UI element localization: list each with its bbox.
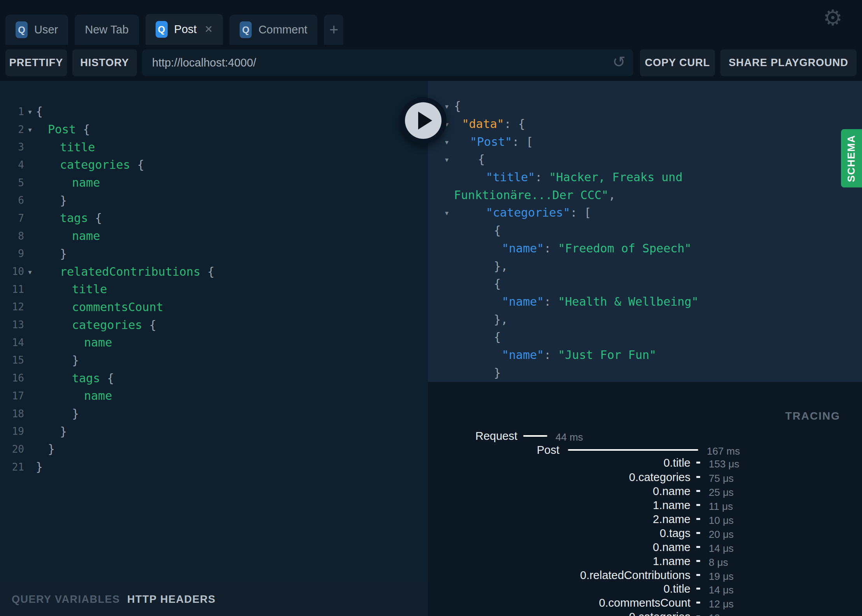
tracing-bar [523, 435, 547, 437]
tracing-row: Request44 ms [428, 429, 862, 443]
tracing-label: 0.relatedContributions [428, 568, 690, 582]
editor-line: 10▼relatedContributions { [0, 262, 428, 280]
editor-code: Post { [48, 122, 90, 136]
editor-line: 19} [0, 422, 428, 440]
endpoint-url-input[interactable] [142, 49, 633, 76]
field-token: name [72, 176, 100, 189]
editor-footer-bar: QUERY VARIABLES HTTP HEADERS [0, 582, 428, 616]
editor-line: 18} [0, 405, 428, 423]
new-tab-button[interactable]: + [324, 15, 343, 45]
prettify-button[interactable]: PRETTIFY [5, 49, 67, 76]
data-key-token: "data" [462, 117, 504, 131]
fold-spacer [24, 147, 36, 148]
tab-label: New Tab [85, 23, 128, 36]
field-token: name [72, 229, 100, 243]
copy-curl-button[interactable]: COPY CURL [640, 49, 715, 76]
editor-line: 2▼Post { [0, 121, 428, 138]
query-type-badge: Q [240, 21, 252, 38]
http-headers-tab[interactable]: HTTP HEADERS [127, 593, 216, 606]
tracing-time: 20 μs [709, 527, 734, 541]
tracing-time: 44 ms [555, 430, 583, 444]
tab-comment[interactable]: QComment [230, 15, 317, 45]
punct-token: : [544, 295, 558, 308]
tracing-label: Request [428, 429, 517, 443]
tracing-row: 0.commentsCount12 μs [428, 596, 862, 610]
line-number: 2 [0, 124, 24, 135]
punct-token: : [535, 170, 549, 184]
tracing-label: 0.categories [428, 470, 690, 484]
response-code: "name": "Just For Fun" [428, 348, 656, 362]
fold-arrow-icon[interactable]: ▼ [24, 107, 36, 116]
tab-label: Post [174, 23, 197, 36]
editor-line: 1▼{ [0, 103, 428, 121]
tab-user[interactable]: QUser [5, 15, 68, 45]
history-button[interactable]: HISTORY [72, 49, 137, 76]
field-token: relatedContributions [60, 265, 200, 278]
editor-line: 8name [0, 227, 428, 245]
tracing-time: 75 μs [709, 471, 734, 485]
editor-line: 3title [0, 138, 428, 156]
fold-arrow-icon[interactable]: ▼ [445, 208, 449, 217]
response-line: "name": "Just For Fun" [428, 346, 862, 364]
fold-spacer [24, 200, 36, 201]
tracing-row: 0.name14 μs [428, 540, 862, 554]
query-type-badge: Q [16, 21, 28, 38]
execute-query-button[interactable] [400, 97, 447, 144]
tracing-time: 14 μs [709, 541, 734, 555]
query-variables-tab[interactable]: QUERY VARIABLES [12, 593, 120, 606]
string-token: Funktionäre...Der CCC" [454, 188, 608, 202]
fold-spacer [24, 324, 36, 326]
response-line: "name": "Health & Wellbeing" [428, 293, 862, 311]
line-number: 14 [0, 337, 24, 348]
tracing-time: 8 μs [709, 555, 728, 569]
line-number: 13 [0, 319, 24, 331]
punct-token: }, [494, 259, 508, 273]
close-tab-icon[interactable]: ✕ [205, 23, 213, 35]
query-editor-pane[interactable]: 1▼{2▼Post {3title4categories {5name6}7ta… [0, 81, 428, 582]
response-line: "title": "Hacker, Freaks und [428, 168, 862, 186]
response-code: "Post": [ [428, 135, 533, 149]
field-token: Post [48, 122, 76, 136]
tracing-row: 0.title14 μs [428, 582, 862, 596]
punct-token: : [544, 242, 558, 255]
editor-code: tags { [72, 371, 114, 385]
editor-code: } [60, 247, 67, 261]
tab-post[interactable]: QPost✕ [145, 14, 223, 45]
editor-code: } [72, 354, 79, 367]
fold-arrow-icon[interactable]: ▼ [445, 155, 449, 163]
share-playground-button[interactable]: SHARE PLAYGROUND [720, 49, 857, 76]
tracing-label: 0.title [428, 582, 690, 596]
key-token: "name" [502, 295, 544, 308]
editor-code: name [84, 389, 112, 402]
fold-arrow-icon[interactable]: ▼ [24, 125, 36, 133]
key-token: "Post" [470, 135, 512, 149]
fold-spacer [24, 431, 36, 432]
punct-token: } [72, 354, 79, 367]
fold-arrow-icon[interactable]: ▼ [445, 138, 449, 146]
tracing-label: 0.name [428, 540, 690, 554]
editor-code: categories { [72, 318, 156, 332]
response-code: Funktionäre...Der CCC", [428, 188, 615, 202]
fold-arrow-icon[interactable]: ▼ [24, 268, 36, 276]
punct-token: } [60, 194, 67, 207]
punct-token: } [60, 425, 67, 438]
response-line: { [428, 275, 862, 293]
response-code: { [428, 277, 501, 290]
schema-side-tab[interactable]: SCHEMA [841, 129, 862, 187]
punct-token: { [142, 318, 156, 332]
refresh-schema-icon[interactable]: ↺ [612, 54, 625, 70]
field-token: categories [72, 318, 142, 332]
response-code: { [428, 330, 501, 344]
editor-line: 4categories { [0, 156, 428, 174]
settings-gear-icon[interactable]: ⚙ [823, 7, 843, 29]
tracing-time: 14 μs [709, 583, 734, 597]
tracing-time: 13 μs [709, 611, 734, 616]
tracing-row: 0.name25 μs [428, 484, 862, 498]
tab-new-tab[interactable]: New Tab [75, 15, 138, 45]
fold-arrow-icon[interactable]: ▼ [445, 102, 449, 110]
editor-code: commentsCount [72, 300, 163, 314]
field-token: tags [72, 371, 100, 385]
response-pane: ▼{▼"data": {▼"Post": [▼{"title": "Hacker… [428, 81, 862, 382]
response-lines: ▼{▼"data": {▼"Post": [▼{"title": "Hacker… [428, 81, 862, 382]
line-number: 3 [0, 141, 24, 153]
